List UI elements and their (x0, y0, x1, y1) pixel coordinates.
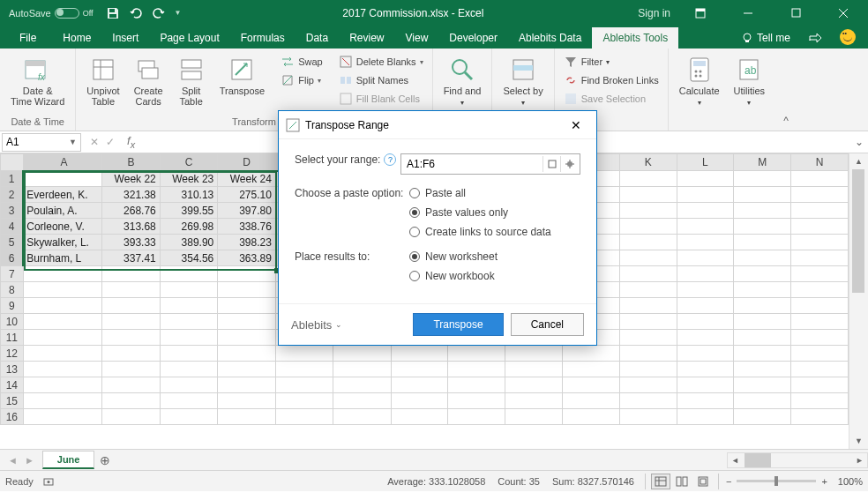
cell-K5[interactable] (619, 235, 677, 250)
scroll-right-icon[interactable]: ► (852, 456, 867, 465)
cell-B9[interactable] (102, 298, 161, 314)
cell-C11[interactable] (160, 330, 218, 346)
zoom-in-icon[interactable]: + (821, 476, 827, 487)
cell-L4[interactable] (677, 219, 734, 235)
cell-H14[interactable] (448, 377, 505, 393)
radio-new-workbook[interactable]: New workbook (409, 270, 498, 282)
cell-L14[interactable] (677, 377, 734, 393)
cell-C2[interactable]: 310.13 (160, 187, 218, 203)
cell-D3[interactable]: 397.80 (218, 203, 276, 219)
cell-K10[interactable] (619, 314, 677, 330)
cell-M1[interactable] (734, 171, 791, 187)
cell-K16[interactable] (619, 409, 677, 425)
cell-I16[interactable] (505, 409, 563, 425)
cell-F13[interactable] (333, 362, 391, 377)
save-selection-button[interactable]: Save Selection (560, 90, 662, 108)
cell-D13[interactable] (218, 362, 276, 377)
row-head-2[interactable]: 2 (1, 187, 24, 203)
close-icon[interactable] (826, 0, 861, 26)
dialog-brand[interactable]: Ablebits ⌄ (291, 318, 342, 332)
cell-B14[interactable] (102, 377, 161, 393)
col-head-B[interactable]: B (102, 154, 161, 171)
cell-B15[interactable] (102, 393, 161, 409)
radio-paste-all[interactable]: Paste all (409, 187, 551, 199)
cell-K6[interactable] (619, 250, 677, 266)
cell-M2[interactable] (734, 187, 791, 203)
cell-F15[interactable] (333, 393, 391, 409)
cell-C6[interactable]: 354.56 (160, 250, 218, 266)
row-head-15[interactable]: 15 (1, 393, 24, 409)
expand-formula-bar-icon[interactable]: ⌄ (850, 136, 868, 148)
cell-L5[interactable] (677, 235, 734, 250)
cell-L12[interactable] (677, 346, 734, 362)
cell-D15[interactable] (218, 393, 276, 409)
sheet-nav-prev-icon[interactable]: ◄ (5, 453, 20, 467)
flip-button[interactable]: Flip ▾ (277, 71, 326, 89)
delete-blanks-button[interactable]: Delete Blanks ▾ (335, 53, 427, 71)
cancel-button[interactable]: Cancel (511, 313, 584, 336)
cell-D12[interactable] (218, 346, 276, 362)
cell-H15[interactable] (448, 393, 505, 409)
cell-N7[interactable] (791, 266, 849, 282)
cell-K12[interactable] (619, 346, 677, 362)
cell-A4[interactable]: Corleone, V. (23, 219, 101, 235)
cell-E14[interactable] (275, 377, 333, 393)
cell-J15[interactable] (563, 393, 620, 409)
radio-create-links[interactable]: Create links to source data (409, 226, 551, 238)
cell-B1[interactable]: Week 22 (102, 171, 161, 187)
cell-B11[interactable] (102, 330, 161, 346)
fill-blank-cells-button[interactable]: Fill Blank Cells (335, 90, 427, 108)
row-head-10[interactable]: 10 (1, 314, 24, 330)
cell-D11[interactable] (218, 330, 276, 346)
row-head-9[interactable]: 9 (1, 298, 24, 314)
cell-A7[interactable] (23, 266, 101, 282)
share-icon[interactable] (799, 27, 831, 49)
calculate-button[interactable]: Calculate▾ (674, 53, 725, 110)
cell-C5[interactable]: 389.90 (160, 235, 218, 250)
cell-B10[interactable] (102, 314, 161, 330)
cell-E15[interactable] (275, 393, 333, 409)
cell-J14[interactable] (563, 377, 620, 393)
cell-L13[interactable] (677, 362, 734, 377)
macro-recording-icon[interactable] (42, 475, 55, 488)
autosave-toggle[interactable]: AutoSave Off (4, 8, 99, 19)
cell-B12[interactable] (102, 346, 161, 362)
cell-M12[interactable] (734, 346, 791, 362)
fx-icon[interactable]: fx (122, 134, 140, 150)
create-cards-button[interactable]: Create Cards (129, 53, 168, 109)
row-head-8[interactable]: 8 (1, 282, 24, 298)
cell-H13[interactable] (448, 362, 505, 377)
row-head-5[interactable]: 5 (1, 235, 24, 250)
cell-M9[interactable] (734, 298, 791, 314)
tab-developer[interactable]: Developer (438, 27, 508, 49)
find-and-button[interactable]: Find and▾ (438, 53, 487, 110)
cell-C8[interactable] (160, 282, 218, 298)
cell-A16[interactable] (23, 409, 101, 425)
range-input[interactable] (403, 156, 542, 172)
cell-M13[interactable] (734, 362, 791, 377)
cell-B2[interactable]: 321.38 (102, 187, 161, 203)
row-head-1[interactable]: 1 (1, 171, 24, 187)
minimize-icon[interactable] (730, 0, 766, 26)
cell-M5[interactable] (734, 235, 791, 250)
cell-N13[interactable] (791, 362, 849, 377)
cell-C13[interactable] (160, 362, 218, 377)
cell-G14[interactable] (391, 377, 448, 393)
cell-E16[interactable] (275, 409, 333, 425)
cell-K14[interactable] (619, 377, 677, 393)
filter-button[interactable]: Filter ▾ (560, 53, 662, 71)
cell-C7[interactable] (160, 266, 218, 282)
cell-N3[interactable] (791, 203, 849, 219)
cell-D10[interactable] (218, 314, 276, 330)
cell-N9[interactable] (791, 298, 849, 314)
cell-A13[interactable] (23, 362, 101, 377)
col-head-L[interactable]: L (677, 154, 734, 171)
cell-N14[interactable] (791, 377, 849, 393)
sign-in-link[interactable]: Sign in (638, 7, 670, 19)
cell-K8[interactable] (619, 282, 677, 298)
select-range-icon[interactable] (542, 156, 560, 172)
cell-A14[interactable] (23, 377, 101, 393)
cell-N6[interactable] (791, 250, 849, 266)
cell-D6[interactable]: 363.89 (218, 250, 276, 266)
cell-L11[interactable] (677, 330, 734, 346)
